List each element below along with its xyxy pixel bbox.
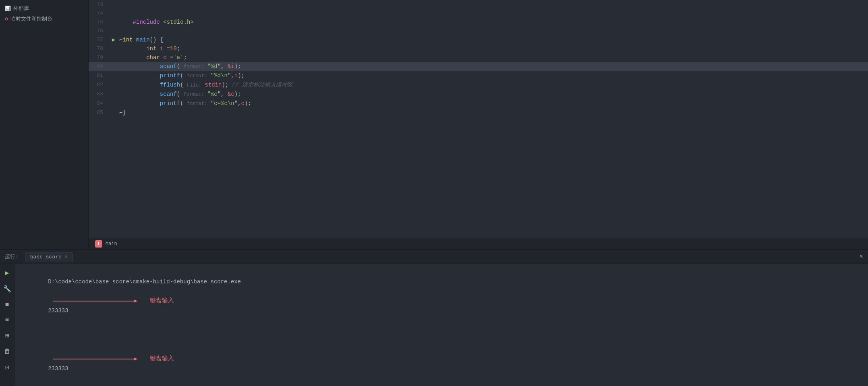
line-content-80: scanf( format: "%d", &i); <box>118 62 868 71</box>
line-num-76: 76 <box>89 27 110 35</box>
line-num-78: 78 <box>89 44 110 53</box>
line-num-79: 79 <box>89 53 110 62</box>
line-num-74: 74 <box>89 9 110 18</box>
run-arrow-icon: ▶ <box>112 35 115 44</box>
line-num-77: 77 <box>89 35 110 44</box>
panel-run-label: 运行: <box>5 253 19 260</box>
bar-chart-icon: 📊 <box>5 6 11 12</box>
code-line-73: 73 <box>89 0 868 9</box>
line-content-79: char c ='a'; <box>118 53 868 62</box>
line-content-83: scanf( format: "%c", &c); <box>118 90 868 99</box>
panel-close-button[interactable]: × <box>859 253 863 260</box>
lines-icon[interactable]: ≡ <box>4 315 11 325</box>
code-line-81: 81 printf( format: "%d\n",i); <box>89 71 868 81</box>
panel-tab-close-button[interactable]: × <box>65 254 68 259</box>
code-line-74: 74 <box>89 9 868 18</box>
terminal-path-line: D:\code\ccode\base_score\cmake-build-deb… <box>21 267 862 296</box>
code-line-80: 80 scanf( format: "%d", &i); <box>89 62 868 71</box>
run-icon[interactable]: ▶ <box>4 267 11 279</box>
delete-icon[interactable]: 🗑 <box>2 346 12 357</box>
svg-marker-3 <box>134 357 138 361</box>
panel-content: ▶ 🔧 ■ ≡ ⊞ 🗑 ⊡ D:\code\ccode\base_score\c… <box>0 264 868 386</box>
sidebar-item-label-temp: 临时文件和控制台 <box>10 15 52 23</box>
line-content-78: int i =10; <box>118 44 868 53</box>
gutter-77: ▶ <box>110 35 118 44</box>
line-num-75: 75 <box>89 18 110 27</box>
function-icon: f <box>95 240 102 248</box>
stop-icon[interactable]: ■ <box>4 299 11 310</box>
grid-icon[interactable]: ⊡ <box>4 362 11 373</box>
panel-icons: ▶ 🔧 ■ ≡ ⊞ 🗑 ⊡ <box>0 264 15 386</box>
code-line-82: 82 fflush( File: stdin); // 清空标注输入缓冲区 <box>89 81 868 90</box>
bottom-panel: 运行: base_score × × ▶ 🔧 ■ ≡ ⊞ 🗑 ⊡ D:\code… <box>0 249 868 386</box>
editor-statusbar: f main <box>89 238 868 249</box>
line-num-73: 73 <box>89 0 110 9</box>
sidebar-item-temp-files[interactable]: ⚙ 临时文件和控制台 <box>0 14 88 24</box>
annotation-label-2: 键盘输入 <box>150 353 174 363</box>
annotation-label-1: 键盘输入 <box>150 295 174 305</box>
terminal[interactable]: D:\code\ccode\base_score\cmake-build-deb… <box>15 264 868 386</box>
main-area: 📊 外部库 ⚙ 临时文件和控制台 73 74 75 <box>0 0 868 249</box>
statusbar-function-name: main <box>106 241 117 247</box>
code-line-79: 79 char c ='a'; <box>89 53 868 62</box>
line-num-85: 85 <box>89 108 110 117</box>
panel-tab-base-score[interactable]: base_score × <box>25 252 73 262</box>
code-line-77: 77 ▶ ⌐int main() { <box>89 35 868 44</box>
terminal-output1: 233333 键盘输入 <box>21 296 862 354</box>
panel-tab-name: base_score <box>30 254 62 260</box>
svg-marker-1 <box>134 299 138 303</box>
code-line-83: 83 scanf( format: "%c", &c); <box>89 90 868 99</box>
line-num-81: 81 <box>89 71 110 80</box>
code-line-84: 84 printf( format: "c=%c\n",c); <box>89 99 868 108</box>
line-content-84: printf( format: "c=%c\n",c); <box>118 99 868 108</box>
add-lines-icon[interactable]: ⊞ <box>4 330 11 341</box>
line-content-75: #include <stdio.h> <box>118 18 868 27</box>
code-line-76: 76 <box>89 27 868 35</box>
line-content-82: fflush( File: stdin); // 清空标注输入缓冲区 <box>118 81 868 90</box>
line-content-77: ⌐int main() { <box>118 35 868 44</box>
code-area[interactable]: 73 74 75 #include <stdio.h> 76 <box>89 0 868 238</box>
line-num-82: 82 <box>89 81 110 89</box>
sidebar: 📊 外部库 ⚙ 临时文件和控制台 <box>0 0 89 249</box>
terminal-output2: 233333 键盘输入 <box>21 354 862 386</box>
line-content-81: printf( format: "%d\n",i); <box>118 71 868 81</box>
code-line-85: 85 ⌐} <box>89 108 868 117</box>
panel-tabs: 运行: base_score × × <box>0 250 868 264</box>
line-num-80: 80 <box>89 62 110 71</box>
wrench-icon[interactable]: 🔧 <box>2 283 13 295</box>
editor-pane: 73 74 75 #include <stdio.h> 76 <box>89 0 868 249</box>
line-num-83: 83 <box>89 90 110 99</box>
sidebar-item-label-external: 外部库 <box>13 5 29 12</box>
code-line-75: 75 #include <stdio.h> <box>89 18 868 27</box>
sidebar-item-external-lib[interactable]: 📊 外部库 <box>0 3 88 14</box>
code-line-78: 78 int i =10; <box>89 44 868 53</box>
line-content-85: ⌐} <box>118 108 868 117</box>
temp-files-icon: ⚙ <box>5 16 8 22</box>
line-num-84: 84 <box>89 99 110 108</box>
